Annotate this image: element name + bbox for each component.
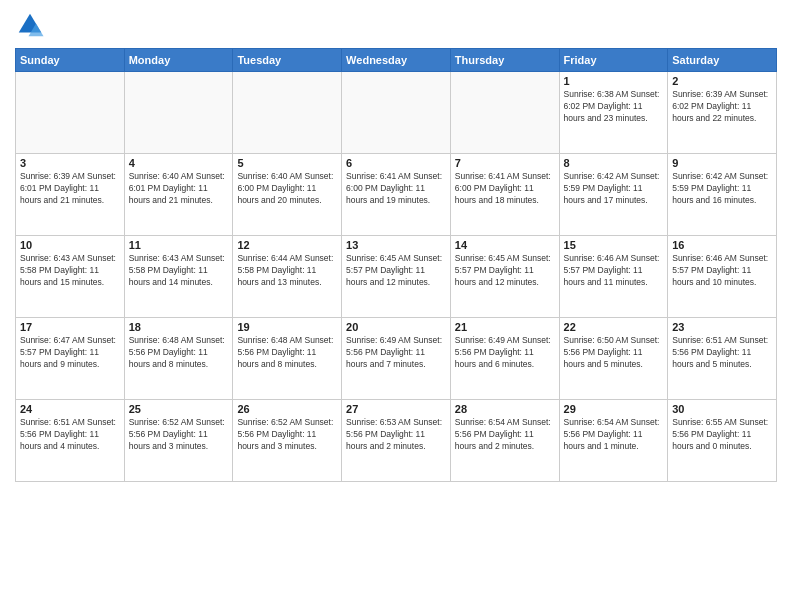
- day-info: Sunrise: 6:46 AM Sunset: 5:57 PM Dayligh…: [672, 253, 772, 289]
- calendar-cell: 1Sunrise: 6:38 AM Sunset: 6:02 PM Daylig…: [559, 72, 668, 154]
- day-info: Sunrise: 6:41 AM Sunset: 6:00 PM Dayligh…: [455, 171, 555, 207]
- calendar-cell: 22Sunrise: 6:50 AM Sunset: 5:56 PM Dayli…: [559, 318, 668, 400]
- day-number: 1: [564, 75, 664, 87]
- day-info: Sunrise: 6:53 AM Sunset: 5:56 PM Dayligh…: [346, 417, 446, 453]
- calendar-cell: 14Sunrise: 6:45 AM Sunset: 5:57 PM Dayli…: [450, 236, 559, 318]
- day-number: 3: [20, 157, 120, 169]
- day-info: Sunrise: 6:42 AM Sunset: 5:59 PM Dayligh…: [672, 171, 772, 207]
- day-info: Sunrise: 6:42 AM Sunset: 5:59 PM Dayligh…: [564, 171, 664, 207]
- day-number: 21: [455, 321, 555, 333]
- calendar-week-1: 3Sunrise: 6:39 AM Sunset: 6:01 PM Daylig…: [16, 154, 777, 236]
- day-number: 15: [564, 239, 664, 251]
- day-number: 25: [129, 403, 229, 415]
- calendar-cell: 18Sunrise: 6:48 AM Sunset: 5:56 PM Dayli…: [124, 318, 233, 400]
- day-info: Sunrise: 6:52 AM Sunset: 5:56 PM Dayligh…: [129, 417, 229, 453]
- calendar-cell: [233, 72, 342, 154]
- day-info: Sunrise: 6:48 AM Sunset: 5:56 PM Dayligh…: [129, 335, 229, 371]
- day-number: 27: [346, 403, 446, 415]
- day-number: 18: [129, 321, 229, 333]
- calendar-cell: 30Sunrise: 6:55 AM Sunset: 5:56 PM Dayli…: [668, 400, 777, 482]
- calendar-cell: 5Sunrise: 6:40 AM Sunset: 6:00 PM Daylig…: [233, 154, 342, 236]
- day-info: Sunrise: 6:43 AM Sunset: 5:58 PM Dayligh…: [129, 253, 229, 289]
- logo: [15, 10, 49, 40]
- day-number: 10: [20, 239, 120, 251]
- calendar-cell: 25Sunrise: 6:52 AM Sunset: 5:56 PM Dayli…: [124, 400, 233, 482]
- day-number: 4: [129, 157, 229, 169]
- calendar-header-row: SundayMondayTuesdayWednesdayThursdayFrid…: [16, 49, 777, 72]
- calendar-cell: [342, 72, 451, 154]
- calendar-cell: 20Sunrise: 6:49 AM Sunset: 5:56 PM Dayli…: [342, 318, 451, 400]
- calendar-cell: [450, 72, 559, 154]
- calendar-week-4: 24Sunrise: 6:51 AM Sunset: 5:56 PM Dayli…: [16, 400, 777, 482]
- day-info: Sunrise: 6:51 AM Sunset: 5:56 PM Dayligh…: [672, 335, 772, 371]
- calendar-cell: 10Sunrise: 6:43 AM Sunset: 5:58 PM Dayli…: [16, 236, 125, 318]
- calendar-cell: 8Sunrise: 6:42 AM Sunset: 5:59 PM Daylig…: [559, 154, 668, 236]
- day-info: Sunrise: 6:41 AM Sunset: 6:00 PM Dayligh…: [346, 171, 446, 207]
- day-number: 24: [20, 403, 120, 415]
- day-info: Sunrise: 6:40 AM Sunset: 6:00 PM Dayligh…: [237, 171, 337, 207]
- calendar-cell: 15Sunrise: 6:46 AM Sunset: 5:57 PM Dayli…: [559, 236, 668, 318]
- day-info: Sunrise: 6:39 AM Sunset: 6:02 PM Dayligh…: [672, 89, 772, 125]
- calendar-week-3: 17Sunrise: 6:47 AM Sunset: 5:57 PM Dayli…: [16, 318, 777, 400]
- calendar-header-tuesday: Tuesday: [233, 49, 342, 72]
- day-info: Sunrise: 6:38 AM Sunset: 6:02 PM Dayligh…: [564, 89, 664, 125]
- day-number: 17: [20, 321, 120, 333]
- day-number: 19: [237, 321, 337, 333]
- day-info: Sunrise: 6:52 AM Sunset: 5:56 PM Dayligh…: [237, 417, 337, 453]
- calendar-cell: 24Sunrise: 6:51 AM Sunset: 5:56 PM Dayli…: [16, 400, 125, 482]
- calendar: SundayMondayTuesdayWednesdayThursdayFrid…: [15, 48, 777, 482]
- day-info: Sunrise: 6:47 AM Sunset: 5:57 PM Dayligh…: [20, 335, 120, 371]
- calendar-cell: 26Sunrise: 6:52 AM Sunset: 5:56 PM Dayli…: [233, 400, 342, 482]
- day-info: Sunrise: 6:54 AM Sunset: 5:56 PM Dayligh…: [564, 417, 664, 453]
- day-info: Sunrise: 6:50 AM Sunset: 5:56 PM Dayligh…: [564, 335, 664, 371]
- day-info: Sunrise: 6:49 AM Sunset: 5:56 PM Dayligh…: [455, 335, 555, 371]
- day-info: Sunrise: 6:54 AM Sunset: 5:56 PM Dayligh…: [455, 417, 555, 453]
- day-number: 16: [672, 239, 772, 251]
- day-info: Sunrise: 6:44 AM Sunset: 5:58 PM Dayligh…: [237, 253, 337, 289]
- calendar-cell: [124, 72, 233, 154]
- day-number: 12: [237, 239, 337, 251]
- calendar-cell: 12Sunrise: 6:44 AM Sunset: 5:58 PM Dayli…: [233, 236, 342, 318]
- calendar-cell: 13Sunrise: 6:45 AM Sunset: 5:57 PM Dayli…: [342, 236, 451, 318]
- calendar-header-friday: Friday: [559, 49, 668, 72]
- day-info: Sunrise: 6:48 AM Sunset: 5:56 PM Dayligh…: [237, 335, 337, 371]
- day-number: 5: [237, 157, 337, 169]
- calendar-header-saturday: Saturday: [668, 49, 777, 72]
- calendar-week-0: 1Sunrise: 6:38 AM Sunset: 6:02 PM Daylig…: [16, 72, 777, 154]
- calendar-cell: 23Sunrise: 6:51 AM Sunset: 5:56 PM Dayli…: [668, 318, 777, 400]
- calendar-cell: 28Sunrise: 6:54 AM Sunset: 5:56 PM Dayli…: [450, 400, 559, 482]
- calendar-cell: [16, 72, 125, 154]
- day-info: Sunrise: 6:40 AM Sunset: 6:01 PM Dayligh…: [129, 171, 229, 207]
- page: SundayMondayTuesdayWednesdayThursdayFrid…: [0, 0, 792, 612]
- day-info: Sunrise: 6:45 AM Sunset: 5:57 PM Dayligh…: [455, 253, 555, 289]
- day-info: Sunrise: 6:46 AM Sunset: 5:57 PM Dayligh…: [564, 253, 664, 289]
- calendar-cell: 27Sunrise: 6:53 AM Sunset: 5:56 PM Dayli…: [342, 400, 451, 482]
- day-number: 9: [672, 157, 772, 169]
- calendar-cell: 19Sunrise: 6:48 AM Sunset: 5:56 PM Dayli…: [233, 318, 342, 400]
- calendar-cell: 17Sunrise: 6:47 AM Sunset: 5:57 PM Dayli…: [16, 318, 125, 400]
- day-number: 7: [455, 157, 555, 169]
- day-info: Sunrise: 6:51 AM Sunset: 5:56 PM Dayligh…: [20, 417, 120, 453]
- day-number: 20: [346, 321, 446, 333]
- day-number: 22: [564, 321, 664, 333]
- calendar-cell: 4Sunrise: 6:40 AM Sunset: 6:01 PM Daylig…: [124, 154, 233, 236]
- calendar-cell: 2Sunrise: 6:39 AM Sunset: 6:02 PM Daylig…: [668, 72, 777, 154]
- day-number: 2: [672, 75, 772, 87]
- header: [15, 10, 777, 40]
- calendar-header-monday: Monday: [124, 49, 233, 72]
- calendar-cell: 3Sunrise: 6:39 AM Sunset: 6:01 PM Daylig…: [16, 154, 125, 236]
- day-number: 26: [237, 403, 337, 415]
- calendar-cell: 16Sunrise: 6:46 AM Sunset: 5:57 PM Dayli…: [668, 236, 777, 318]
- calendar-header-thursday: Thursday: [450, 49, 559, 72]
- day-number: 29: [564, 403, 664, 415]
- calendar-week-2: 10Sunrise: 6:43 AM Sunset: 5:58 PM Dayli…: [16, 236, 777, 318]
- day-info: Sunrise: 6:43 AM Sunset: 5:58 PM Dayligh…: [20, 253, 120, 289]
- calendar-cell: 6Sunrise: 6:41 AM Sunset: 6:00 PM Daylig…: [342, 154, 451, 236]
- day-info: Sunrise: 6:39 AM Sunset: 6:01 PM Dayligh…: [20, 171, 120, 207]
- calendar-header-sunday: Sunday: [16, 49, 125, 72]
- day-number: 30: [672, 403, 772, 415]
- day-number: 8: [564, 157, 664, 169]
- calendar-cell: 29Sunrise: 6:54 AM Sunset: 5:56 PM Dayli…: [559, 400, 668, 482]
- calendar-cell: 9Sunrise: 6:42 AM Sunset: 5:59 PM Daylig…: [668, 154, 777, 236]
- calendar-header-wednesday: Wednesday: [342, 49, 451, 72]
